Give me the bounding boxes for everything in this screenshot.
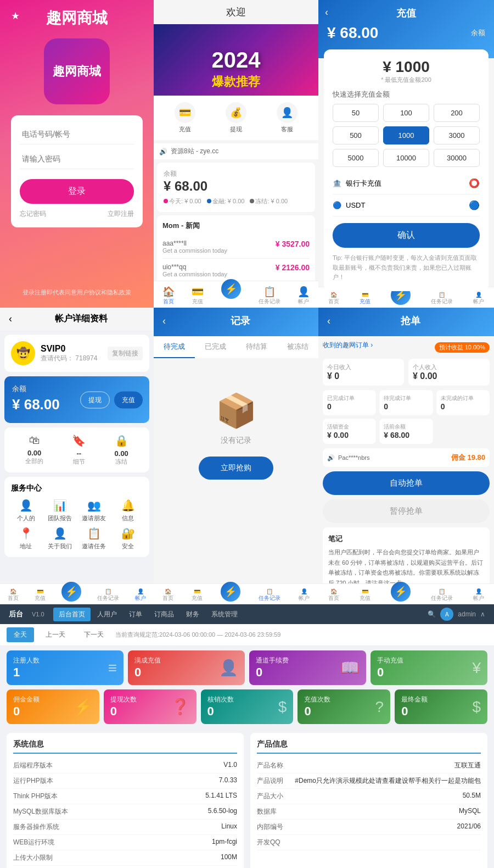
nav-home[interactable]: 🏠 首页 xyxy=(162,588,173,602)
filter-all-day[interactable]: 全天 xyxy=(7,627,34,642)
nav-account[interactable]: 👤 帐户 xyxy=(473,292,484,305)
admin-topbar: 后台 V1.0 后台首页 人用户 订单 订商品 财务 系统管理 🔍 A admi… xyxy=(0,604,494,624)
quick-1000[interactable]: 1000 xyxy=(383,126,429,144)
back-button[interactable]: ‹ xyxy=(327,315,330,327)
quick-500[interactable]: 500 xyxy=(333,126,379,144)
empty-state: 📦 没有记录 立即抢购 xyxy=(154,358,318,512)
service-personal[interactable]: 👤 个人的 xyxy=(11,499,41,522)
recharge-action[interactable]: 💳 充值 xyxy=(175,102,195,133)
nav-recharge[interactable]: 💳 充值 xyxy=(35,588,46,602)
nav-account[interactable]: 👤 帐户 xyxy=(135,588,146,602)
lightning-icon: ⚡ xyxy=(221,279,241,299)
nav-grab[interactable]: ⚡ xyxy=(61,588,81,602)
nav-grab[interactable]: ⚡ xyxy=(221,588,240,602)
nav-finance[interactable]: 财务 xyxy=(181,608,205,621)
quick-200[interactable]: 200 xyxy=(434,104,480,122)
nav-grab[interactable]: ⚡ xyxy=(391,588,411,602)
tab-pending-settle[interactable]: 待结算 xyxy=(236,336,277,358)
recharge-btn[interactable]: 充值 xyxy=(114,391,143,408)
nav-recharge[interactable]: 💳 充值 xyxy=(192,588,203,602)
phone-input[interactable] xyxy=(20,124,134,144)
nav-orders[interactable]: 订单 xyxy=(124,608,148,621)
back-button[interactable]: ‹ xyxy=(325,7,328,18)
service-invite[interactable]: 👥 邀请朋友 xyxy=(79,499,109,522)
nav-recharge[interactable]: 💳 充值 xyxy=(360,292,370,305)
nav-users[interactable]: 人用户 xyxy=(92,608,122,621)
auto-grab-button[interactable]: 自动抢单 xyxy=(323,471,490,495)
nav-goods[interactable]: 订商品 xyxy=(149,608,179,621)
bank-method[interactable]: 🏦 银行卡充值 ⭕ xyxy=(333,173,480,194)
quick-30000[interactable]: 30000 xyxy=(434,149,480,167)
nav-recharge[interactable]: 💳 充值 xyxy=(360,588,370,602)
filter-prev-day[interactable]: 上一天 xyxy=(38,627,72,642)
stat-all: 🛍 0.00 全部的 xyxy=(25,434,43,466)
tab-frozen[interactable]: 被冻结 xyxy=(277,336,318,358)
nav-home[interactable]: 🏠 首页 xyxy=(8,588,19,602)
login-button[interactable]: 登录 xyxy=(20,179,134,204)
fee-icon: 📖 xyxy=(340,659,360,677)
service-tasks[interactable]: 📋 邀请任务 xyxy=(79,527,109,550)
shop-button[interactable]: 立即抢购 xyxy=(199,457,273,480)
nav-account[interactable]: 👤 帐户 xyxy=(297,286,310,305)
nav-account[interactable]: 👤 帐户 xyxy=(473,588,484,602)
bank-radio[interactable]: ⭕ xyxy=(469,178,480,188)
quick-100[interactable]: 100 xyxy=(383,104,429,122)
back-button[interactable]: ‹ xyxy=(162,315,166,327)
usdt-radio[interactable]: 🔵 xyxy=(469,200,480,210)
copy-link[interactable]: 复制链接 xyxy=(108,347,143,360)
card-recharge: 满成充值 0 👤 xyxy=(128,650,245,685)
confirm-button[interactable]: 确认 xyxy=(333,223,480,248)
service-security[interactable]: 🔐 安全 xyxy=(113,527,143,550)
nav-grab[interactable]: ⚡ xyxy=(221,286,241,305)
records-tabs: 待完成 已完成 待结算 被冻结 xyxy=(154,336,318,358)
quick-3000[interactable]: 3000 xyxy=(434,126,480,144)
usdt-method[interactable]: 🔵 USDT 🔵 xyxy=(333,194,480,216)
nav-records[interactable]: 📋 任务记录 xyxy=(259,588,280,602)
nav-records[interactable]: 📋 任务记录 xyxy=(97,588,119,602)
input-amount[interactable]: ¥ 1000 xyxy=(333,58,480,76)
service-message[interactable]: 🔔 信息 xyxy=(113,499,143,522)
forgot-link[interactable]: 忘记密码 xyxy=(20,209,46,219)
quick-50[interactable]: 50 xyxy=(333,104,379,122)
nav-grab[interactable]: ⚡ xyxy=(391,292,411,305)
product-info-box: 产品信息 产品名称 互联互通 产品说明 #Demo只允许演示规模此处请查看建设帮… xyxy=(250,733,487,868)
service-address[interactable]: 📍 地址 xyxy=(11,527,41,550)
nav-home-label: 首页 xyxy=(163,298,174,305)
stop-grab-button[interactable]: 暂停抢单 xyxy=(323,499,490,523)
nav-dashboard[interactable]: 后台首页 xyxy=(53,608,91,621)
nav-recharge[interactable]: 💳 充值 xyxy=(192,286,204,305)
service-team[interactable]: 📊 团队报告 xyxy=(45,499,75,522)
tab-pending[interactable]: 待完成 xyxy=(154,336,195,358)
quick-5000[interactable]: 5000 xyxy=(333,149,379,167)
nav-account-label: 帐户 xyxy=(299,594,310,602)
withdraw-action[interactable]: 💰 提现 xyxy=(226,102,246,133)
orders-link[interactable]: 收到的趣网订单 › xyxy=(323,341,373,350)
nav-records[interactable]: 📋 任务记录 xyxy=(259,286,280,305)
card-verify: 核销次数 0 $ xyxy=(201,689,294,724)
withdraw-label: 提现 xyxy=(230,125,242,133)
nav-home[interactable]: 🏠 首页 xyxy=(162,286,175,305)
withdraw-btn[interactable]: 提现 xyxy=(80,391,110,408)
username: SVIP0 xyxy=(41,344,97,354)
search-icon[interactable]: 🔍 xyxy=(428,610,436,618)
nav-home[interactable]: 🏠 首页 xyxy=(328,292,339,305)
prod-row-3: 数据库 MySQL xyxy=(257,804,481,820)
nav-system[interactable]: 系统管理 xyxy=(206,608,243,621)
nav-records[interactable]: 📋 任务记录 xyxy=(431,588,453,602)
nav-home[interactable]: 🏠 首页 xyxy=(328,588,339,602)
nav-records[interactable]: 📋 任务记录 xyxy=(431,292,453,305)
dropdown-icon[interactable]: ∧ xyxy=(480,610,485,618)
register-link[interactable]: 立即注册 xyxy=(108,209,134,219)
service-action[interactable]: 👤 客服 xyxy=(277,102,297,133)
tab-completed[interactable]: 已完成 xyxy=(195,336,236,358)
quick-10000[interactable]: 10000 xyxy=(383,149,429,167)
service-about[interactable]: 👤 关于我们 xyxy=(45,527,75,550)
password-input[interactable] xyxy=(20,149,134,169)
back-button[interactable]: ‹ xyxy=(9,313,12,325)
speaker-icon: 🔊 xyxy=(327,454,335,461)
nav-account[interactable]: 👤 帐户 xyxy=(299,588,310,602)
home-icon: 🏠 xyxy=(162,286,175,298)
balance-label: 余额 xyxy=(164,169,308,179)
filter-next-day[interactable]: 下一天 xyxy=(77,627,111,642)
today-income-label: 今日收入 xyxy=(327,363,400,371)
